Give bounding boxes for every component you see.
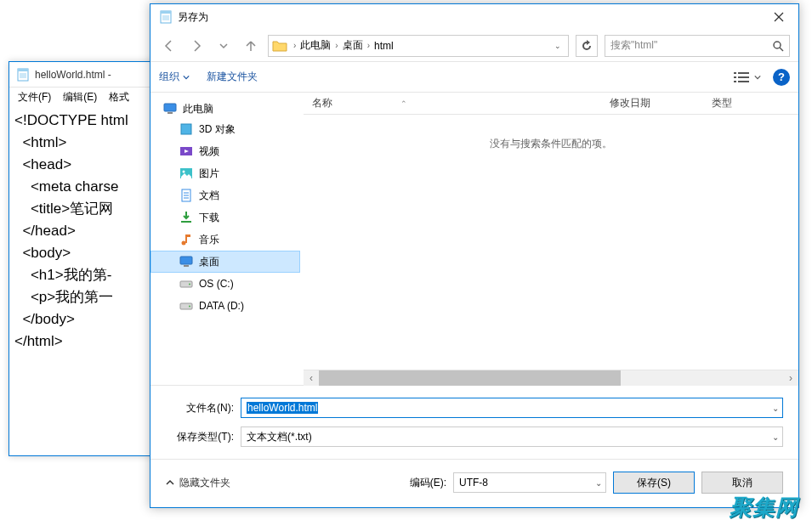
tree-item-desktop[interactable]: 桌面 xyxy=(150,251,300,273)
menu-format[interactable]: 格式 xyxy=(104,88,134,106)
sort-indicator-icon: ⌃ xyxy=(400,99,407,108)
svg-rect-14 xyxy=(734,72,736,74)
tree-item-cube[interactable]: 3D 对象 xyxy=(150,118,300,140)
dialog-toolbar: 组织 新建文件夹 ? xyxy=(150,62,798,93)
organize-label: 组织 xyxy=(159,70,179,84)
filetype-select[interactable]: 文本文档(*.txt) ⌄ xyxy=(241,426,783,447)
column-date[interactable]: 修改日期 xyxy=(601,93,703,114)
tree-item-label: 音乐 xyxy=(199,233,219,247)
svg-rect-17 xyxy=(738,76,749,78)
horizontal-scrollbar[interactable]: ‹ › xyxy=(304,370,798,385)
column-type[interactable]: 类型 xyxy=(703,93,798,114)
filename-label: 文件名(N): xyxy=(166,401,234,415)
encoding-value: UTF-8 xyxy=(459,477,488,489)
refresh-icon xyxy=(581,40,593,52)
encoding-select[interactable]: UTF-8 ⌄ xyxy=(453,472,606,493)
menu-edit[interactable]: 编辑(E) xyxy=(58,88,102,106)
svg-rect-21 xyxy=(168,112,173,114)
back-button[interactable] xyxy=(159,36,179,56)
cancel-button[interactable]: 取消 xyxy=(701,472,783,494)
tree-item-drive[interactable]: OS (C:) xyxy=(150,273,300,295)
doc-icon xyxy=(179,188,194,203)
dialog-titlebar: 另存为 xyxy=(150,4,798,30)
dialog-fields: 文件名(N): helloWorld.html ⌄ 保存类型(T): 文本文档(… xyxy=(150,386,798,450)
tree-item-label: 下载 xyxy=(199,211,219,225)
scroll-right-button[interactable]: › xyxy=(783,370,798,386)
tree-item-drive[interactable]: DATA (D:) xyxy=(150,295,300,317)
filetype-label: 保存类型(T): xyxy=(166,430,234,444)
tree-root-label: 此电脑 xyxy=(183,102,213,116)
tree-item-label: OS (C:) xyxy=(199,278,234,290)
crumb-this-pc[interactable]: 此电脑 xyxy=(300,38,331,53)
search-input[interactable]: 搜索"html" xyxy=(605,35,790,57)
organize-button[interactable]: 组织 xyxy=(159,70,190,84)
filename-input[interactable]: helloWorld.html ⌄ xyxy=(241,398,783,418)
refresh-button[interactable] xyxy=(576,35,598,57)
hide-folders-toggle[interactable]: 隐藏文件夹 xyxy=(166,476,230,490)
breadcrumb-bar[interactable]: › 此电脑 › 桌面 › html ⌄ xyxy=(268,35,569,57)
svg-rect-19 xyxy=(738,81,749,82)
up-button[interactable] xyxy=(241,36,261,56)
svg-point-12 xyxy=(774,42,781,48)
chevron-down-icon[interactable]: ⌄ xyxy=(772,404,779,413)
chevron-down-icon[interactable]: ⌄ xyxy=(595,478,602,488)
tree-item-doc[interactable]: 文档 xyxy=(150,184,300,206)
close-icon xyxy=(774,12,784,22)
recent-dropdown[interactable] xyxy=(213,36,234,56)
tree-item-label: 桌面 xyxy=(199,255,219,269)
tree-item-label: 文档 xyxy=(199,189,219,203)
tree-item-download[interactable]: 下载 xyxy=(150,206,300,229)
tree-item-video[interactable]: 视频 xyxy=(150,140,300,162)
tree-item-music[interactable]: 音乐 xyxy=(150,229,300,251)
crumb-sep: › xyxy=(292,41,298,50)
cube-icon xyxy=(179,121,194,137)
menu-file[interactable]: 文件(F) xyxy=(13,88,56,106)
desktop-icon xyxy=(179,254,194,269)
search-icon xyxy=(772,40,784,52)
close-button[interactable] xyxy=(759,4,798,30)
scroll-thumb[interactable] xyxy=(319,370,621,386)
tree-root-this-pc[interactable]: 此电脑 xyxy=(150,99,300,118)
dialog-bottom-bar: 隐藏文件夹 编码(E): UTF-8 ⌄ 保存(S) 取消 xyxy=(150,460,798,507)
forward-button[interactable] xyxy=(186,36,207,56)
cancel-label: 取消 xyxy=(732,476,752,490)
search-placeholder: 搜索"html" xyxy=(610,38,657,53)
arrow-left-icon xyxy=(162,39,176,53)
svg-rect-20 xyxy=(164,104,176,111)
crumb-html[interactable]: html xyxy=(374,40,394,52)
svg-rect-31 xyxy=(181,221,191,223)
chevron-down-icon xyxy=(219,42,228,50)
video-icon xyxy=(179,144,194,159)
chevron-down-icon xyxy=(183,74,190,81)
column-date-label: 修改日期 xyxy=(610,97,650,109)
svg-rect-1 xyxy=(18,69,28,71)
arrow-right-icon xyxy=(190,39,203,53)
column-name[interactable]: 名称 ⌃ xyxy=(304,93,601,114)
drive-icon xyxy=(179,276,194,291)
crumb-dropdown[interactable]: ⌄ xyxy=(551,42,565,50)
music-icon xyxy=(179,232,194,247)
svg-rect-15 xyxy=(738,72,749,74)
crumb-desktop[interactable]: 桌面 xyxy=(343,38,363,53)
svg-point-26 xyxy=(183,171,185,173)
notepad-icon xyxy=(16,68,30,82)
scroll-track[interactable] xyxy=(319,370,783,386)
save-button[interactable]: 保存(S) xyxy=(613,472,695,494)
dialog-title: 另存为 xyxy=(178,10,208,25)
arrow-up-icon xyxy=(244,39,258,53)
column-name-label: 名称 xyxy=(312,96,332,110)
scroll-left-button[interactable]: ‹ xyxy=(304,370,319,386)
save-as-dialog: 另存为 › 此电脑 › 桌面 › xyxy=(150,3,799,508)
new-folder-button[interactable]: 新建文件夹 xyxy=(207,70,258,84)
nav-tree[interactable]: 此电脑 3D 对象视频图片文档下载音乐桌面OS (C:)DATA (D:) xyxy=(150,93,300,385)
crumb-sep: › xyxy=(333,41,339,50)
dialog-nav: › 此电脑 › 桌面 › html ⌄ 搜索"html" xyxy=(150,30,798,62)
column-type-label: 类型 xyxy=(712,97,732,109)
tree-item-picture[interactable]: 图片 xyxy=(150,162,300,184)
tree-item-label: 图片 xyxy=(199,167,219,181)
view-mode-button[interactable] xyxy=(734,71,761,83)
svg-rect-22 xyxy=(181,124,191,134)
file-list-pane: 名称 ⌃ 修改日期 类型 没有与搜索条件匹配的项。 ‹ › xyxy=(304,93,798,385)
help-button[interactable]: ? xyxy=(773,69,790,86)
chevron-down-icon[interactable]: ⌄ xyxy=(772,432,779,442)
